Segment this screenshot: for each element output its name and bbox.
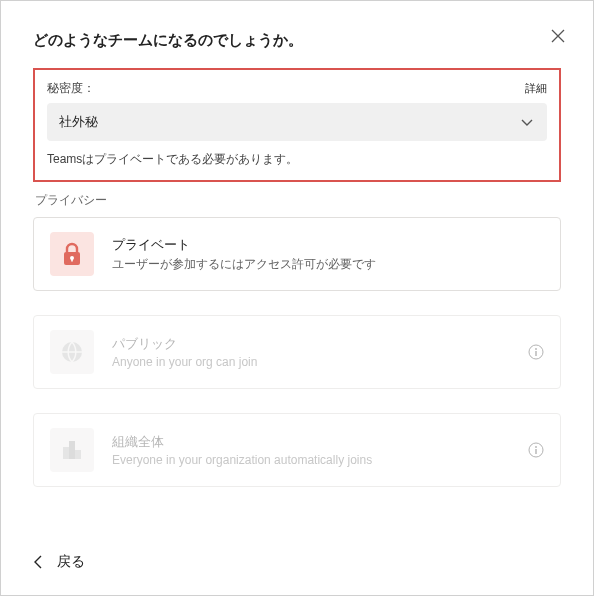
privacy-section-label: プライバシー (35, 192, 561, 209)
svg-rect-2 (71, 258, 73, 262)
dialog-title: どのようなチームになるのでしょうか。 (33, 31, 303, 50)
svg-rect-7 (63, 447, 69, 459)
option-desc: Everyone in your organization automatica… (112, 453, 372, 467)
option-desc: Anyone in your org can join (112, 355, 257, 369)
sensitivity-label: 秘密度： (47, 80, 95, 97)
sensitivity-select[interactable]: 社外秘 (47, 103, 547, 141)
sensitivity-hint: Teamsはプライベートである必要があります。 (47, 151, 547, 168)
back-button[interactable]: 戻る (33, 553, 85, 571)
svg-rect-8 (69, 441, 75, 459)
sensitivity-row: 秘密度： 詳細 (47, 80, 547, 97)
option-text: プライベート ユーザーが参加するにはアクセス許可が必要です (112, 236, 376, 273)
privacy-option-orgwide: 組織全体 Everyone in your organization autom… (33, 413, 561, 487)
option-title: 組織全体 (112, 433, 372, 451)
svg-rect-9 (75, 450, 81, 459)
option-title: パブリック (112, 335, 257, 353)
info-icon[interactable] (528, 442, 544, 458)
sensitivity-details-link[interactable]: 詳細 (525, 81, 547, 96)
svg-rect-6 (535, 351, 536, 356)
close-icon[interactable] (549, 27, 567, 45)
org-icon (50, 428, 94, 472)
chevron-down-icon (519, 114, 535, 130)
option-text: パブリック Anyone in your org can join (112, 335, 257, 369)
option-title: プライベート (112, 236, 376, 254)
info-icon[interactable] (528, 344, 544, 360)
lock-icon (50, 232, 94, 276)
privacy-option-private[interactable]: プライベート ユーザーが参加するにはアクセス許可が必要です (33, 217, 561, 291)
svg-rect-12 (535, 449, 536, 454)
option-text: 組織全体 Everyone in your organization autom… (112, 433, 372, 467)
team-type-dialog: どのようなチームになるのでしょうか。 秘密度： 詳細 社外秘 Teamsはプライ… (1, 1, 593, 595)
sensitivity-value: 社外秘 (59, 113, 98, 131)
globe-icon (50, 330, 94, 374)
chevron-left-icon (33, 555, 43, 569)
privacy-option-public: パブリック Anyone in your org can join (33, 315, 561, 389)
dialog-header: どのようなチームになるのでしょうか。 (33, 31, 561, 50)
back-label: 戻る (57, 553, 85, 571)
svg-point-5 (535, 348, 537, 350)
sensitivity-section: 秘密度： 詳細 社外秘 Teamsはプライベートである必要があります。 (33, 68, 561, 182)
option-desc: ユーザーが参加するにはアクセス許可が必要です (112, 256, 376, 273)
svg-point-11 (535, 446, 537, 448)
